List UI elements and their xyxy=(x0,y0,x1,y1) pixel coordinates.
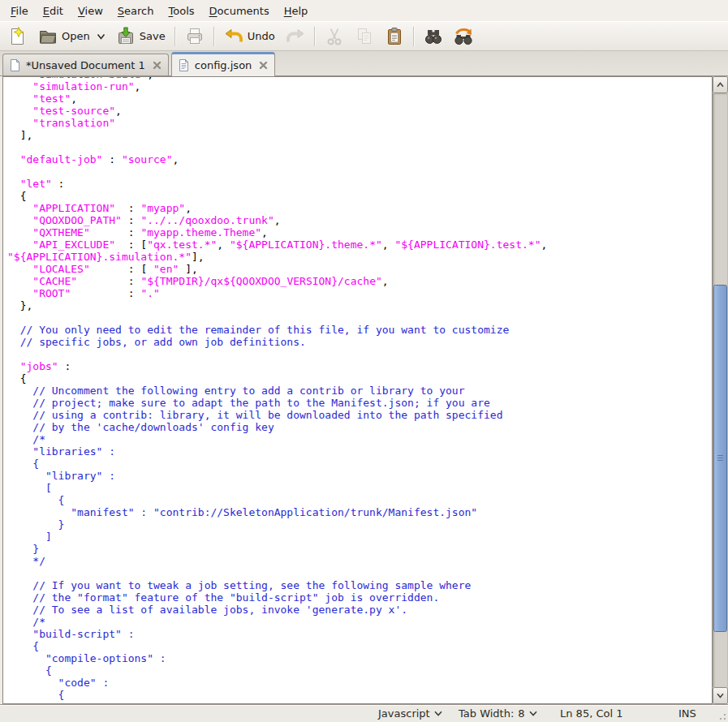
code-line: /* xyxy=(7,616,712,628)
find-icon xyxy=(424,27,443,46)
text-editor[interactable]: "simulation-build", "simulation-run", "t… xyxy=(2,76,713,704)
code-line xyxy=(7,348,712,360)
code-line: "CACHE" : "${TMPDIR}/qx${QOOXDOO_VERSION… xyxy=(7,275,712,287)
chevron-down-icon xyxy=(529,711,537,716)
code-line: "code" : xyxy=(7,677,712,689)
toolbar-separator xyxy=(314,27,316,46)
menu-edit[interactable]: Edit xyxy=(36,2,71,20)
undo-button-label: Undo xyxy=(248,30,275,42)
menu-label: S xyxy=(118,5,124,17)
language-selector[interactable]: Javascript xyxy=(378,707,442,720)
tab-width-selector[interactable]: Tab Width: 8 xyxy=(459,707,537,720)
code-line: "let" : xyxy=(7,178,712,190)
resize-grip[interactable] xyxy=(716,710,727,721)
code-line: { xyxy=(7,458,712,470)
menu-label: T xyxy=(169,5,174,17)
code-line: "API_EXCLUDE" : ["qx.test.*", "${APPLICA… xyxy=(7,239,712,251)
cursor-position: Ln 85, Col 1 xyxy=(560,707,622,720)
code-line: "simulation-run", xyxy=(7,80,712,92)
code-line: // If you want to tweak a job setting, s… xyxy=(7,579,712,591)
menu-documents[interactable]: Documents xyxy=(202,2,277,20)
menu-help[interactable]: Help xyxy=(277,2,316,20)
close-icon[interactable] xyxy=(258,60,269,71)
code-line: { xyxy=(7,494,712,506)
save-button-label: Save xyxy=(140,30,166,42)
menu-file[interactable]: File xyxy=(3,2,36,20)
code-line: */ xyxy=(7,555,712,567)
code-line: "test-source", xyxy=(7,105,712,117)
menu-label: D xyxy=(209,5,218,17)
find-button[interactable] xyxy=(419,24,448,49)
chevron-up-icon xyxy=(717,82,724,88)
code-line: { xyxy=(7,664,712,677)
cut-icon xyxy=(325,27,344,46)
save-button[interactable]: Save xyxy=(111,24,170,49)
tab-config-json[interactable]: config.json xyxy=(171,52,276,76)
code-line: "${APPLICATION}.simulation.*"], xyxy=(7,251,712,263)
scrollbar-track[interactable] xyxy=(713,93,728,687)
print-button[interactable] xyxy=(180,24,209,49)
chevron-down-icon[interactable] xyxy=(97,33,106,40)
scrollbar-thumb[interactable] xyxy=(713,285,727,632)
code-line: // You only need to edit the remainder o… xyxy=(7,324,712,336)
code-line: // specific jobs, or add own job definit… xyxy=(7,336,712,348)
code-line: // using a contrib: library, it will be … xyxy=(7,409,712,421)
code-line xyxy=(7,567,712,579)
toolbar-separator xyxy=(174,27,176,46)
code-area[interactable]: "simulation-build", "simulation-run", "t… xyxy=(3,76,712,701)
new-button[interactable] xyxy=(3,24,32,49)
vertical-scrollbar[interactable] xyxy=(713,76,728,704)
code-line xyxy=(7,165,712,178)
redo-button xyxy=(281,24,310,49)
chevron-down-icon xyxy=(434,711,442,716)
undo-icon xyxy=(224,27,243,46)
chevron-down-icon xyxy=(717,693,724,698)
code-line: "compile-options" : xyxy=(7,652,712,664)
tab-width-value: 8 xyxy=(518,707,524,720)
menu-label: F xyxy=(11,5,16,17)
code-line: "libraries" : xyxy=(7,445,712,458)
tab-width-label: Tab Width: xyxy=(459,707,514,720)
cut-button xyxy=(320,24,349,49)
code-line: } xyxy=(7,543,712,555)
toolbar-separator xyxy=(213,27,215,46)
code-line: // To see a list of available jobs, invo… xyxy=(7,604,712,616)
tab-label: config.json xyxy=(195,59,252,71)
code-line: "test", xyxy=(7,92,712,105)
replace-button[interactable] xyxy=(449,24,478,49)
open-button-label: Open xyxy=(62,30,90,42)
open-button[interactable]: Open xyxy=(33,24,110,49)
gedit-window: FileEditViewSearchToolsDocumentsHelp Ope… xyxy=(0,0,728,722)
redo-icon xyxy=(286,27,305,46)
menu-search[interactable]: Search xyxy=(110,2,162,20)
paste-button[interactable] xyxy=(380,24,409,49)
tab-unsaved-document-1[interactable]: *Unsaved Document 1 xyxy=(2,54,169,75)
paste-icon xyxy=(385,27,404,46)
close-icon[interactable] xyxy=(152,60,162,71)
code-line: "default-job" : "source", xyxy=(7,153,712,165)
scroll-up-button[interactable] xyxy=(713,76,728,93)
scroll-down-button[interactable] xyxy=(713,687,728,704)
code-line: // project; make sure to adapt the path … xyxy=(7,397,712,409)
document-text-icon xyxy=(178,58,190,72)
menu-tools[interactable]: Tools xyxy=(162,2,202,20)
code-line: }, xyxy=(7,299,712,312)
find-replace-icon xyxy=(454,27,473,46)
code-line: { xyxy=(7,372,712,385)
code-line: // by the 'cache/downloads' config key xyxy=(7,421,712,433)
printer-icon xyxy=(185,27,205,46)
code-line: /* xyxy=(7,433,712,445)
menu-label: E xyxy=(43,5,50,17)
undo-button[interactable]: Undo xyxy=(219,24,280,49)
code-line: ], xyxy=(7,129,712,141)
code-line: { xyxy=(7,689,712,701)
language-label: Javascript xyxy=(378,707,430,720)
menu-view[interactable]: View xyxy=(71,2,110,20)
toolbar-separator xyxy=(413,27,415,46)
menu-label: V xyxy=(78,5,85,17)
code-line: "translation" xyxy=(7,117,712,129)
status-bar: Javascript Tab Width: 8 Ln 85, Col 1 INS xyxy=(0,704,728,722)
new-document-icon xyxy=(8,27,28,46)
code-line xyxy=(7,141,712,153)
code-line: ] xyxy=(7,531,712,543)
